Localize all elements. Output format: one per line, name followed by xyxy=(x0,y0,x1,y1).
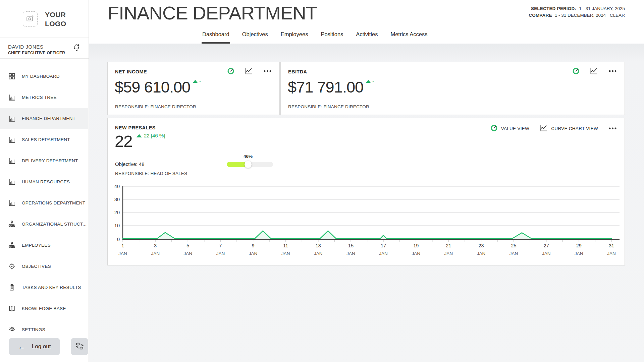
svg-text:3: 3 xyxy=(154,243,157,248)
target-icon xyxy=(8,262,16,270)
logo-block: YOUR LOGO xyxy=(0,0,89,28)
sidebar-item-organizational-struct[interactable]: ORGANIZATIONAL STRUCT... xyxy=(0,214,88,235)
net-income-card: NET INCOME $59 610.00- RESPONSIBLE: FINA… xyxy=(107,62,280,115)
svg-text:JAN: JAN xyxy=(184,251,193,256)
svg-text:JAN: JAN xyxy=(509,251,518,256)
tab-positions[interactable]: Positions xyxy=(320,31,344,44)
svg-text:17: 17 xyxy=(381,243,386,248)
card-actions xyxy=(572,67,617,75)
dashboard-content: NET INCOME $59 610.00- RESPONSIBLE: FINA… xyxy=(89,44,644,362)
svg-text:5: 5 xyxy=(186,243,189,248)
svg-text:JAN: JAN xyxy=(444,251,453,256)
svg-text:13: 13 xyxy=(316,243,321,248)
change-indicator: - xyxy=(366,78,374,84)
svg-text:JAN: JAN xyxy=(249,251,258,256)
card-view-toggles: VALUE VIEW CURVE CHART VIEW xyxy=(490,124,617,133)
up-triangle-icon xyxy=(137,134,142,137)
sidebar-item-knowledge-base[interactable]: KNOWLEDGE BASE xyxy=(0,298,88,319)
value-view-icon[interactable] xyxy=(227,67,234,75)
change-indicator: - xyxy=(193,78,201,84)
svg-text:29: 29 xyxy=(576,243,582,248)
value-view-icon xyxy=(490,124,498,133)
progress-percent-label: 46% xyxy=(244,154,253,159)
book-icon xyxy=(8,305,16,313)
progress-knob[interactable] xyxy=(245,161,252,168)
sidebar-item-metrics-tree[interactable]: METRICS TREE xyxy=(0,87,88,108)
svg-text:19: 19 xyxy=(413,243,419,248)
tab-employees[interactable]: Employees xyxy=(280,31,309,44)
more-menu-icon[interactable] xyxy=(263,67,272,75)
sidebar-item-finance-department[interactable]: FINANCE DEPARTMENT xyxy=(0,108,88,129)
sidebar-item-operations-department[interactable]: OPERATIONS DEPARTMENT xyxy=(0,192,88,214)
tab-activities[interactable]: Activities xyxy=(355,31,378,44)
card-actions xyxy=(227,67,272,75)
svg-text:JAN: JAN xyxy=(575,251,583,256)
metrics-chart-icon xyxy=(8,136,16,144)
tab-dashboard[interactable]: Dashboard xyxy=(202,31,230,44)
sidebar-item-delivery-department[interactable]: DELIVERY DEPARTMENT xyxy=(0,150,88,171)
curve-chart-icon xyxy=(539,124,548,133)
notifications-button[interactable] xyxy=(72,43,81,52)
logo-upload-placeholder[interactable] xyxy=(23,11,38,27)
up-triangle-icon xyxy=(193,80,198,83)
svg-text:JAN: JAN xyxy=(216,251,225,256)
curve-chart-icon[interactable] xyxy=(245,67,253,75)
compare-label: COMPARE xyxy=(529,13,552,18)
screen-toggle-button[interactable] xyxy=(71,338,88,355)
sidebar-nav: MY DASHBOARD METRICS TREE FINANCE DEPART… xyxy=(0,66,88,331)
selected-period-line[interactable]: SELECTED PERIOD:1 - 31 JANUARY, 2025 xyxy=(529,5,625,12)
objective-label: Objective: 48 xyxy=(115,161,145,167)
svg-text:JAN: JAN xyxy=(607,251,616,256)
kpi-value: 22 xyxy=(115,132,132,150)
curve-chart-icon[interactable] xyxy=(590,67,598,75)
card-title: NEW PRESALES xyxy=(115,125,156,130)
svg-text:10: 10 xyxy=(114,223,120,228)
clear-compare-button[interactable]: CLEAR xyxy=(610,13,625,18)
change-indicator: 22 [46 %] xyxy=(137,133,165,138)
tab-objectives[interactable]: Objectives xyxy=(241,31,269,44)
bell-icon xyxy=(72,47,81,53)
svg-text:11: 11 xyxy=(283,243,288,248)
metrics-chart-icon xyxy=(8,178,16,186)
sidebar-item-settings[interactable]: SETTINGS xyxy=(0,319,88,331)
compare-period-line[interactable]: COMPARE1 - 31 DECEMBER, 2024CLEAR xyxy=(529,12,625,19)
up-triangle-icon xyxy=(366,80,371,83)
sidebar-item-my-dashboard[interactable]: MY DASHBOARD xyxy=(0,66,88,87)
curve-chart-view-toggle[interactable]: CURVE CHART VIEW xyxy=(539,124,598,133)
sidebar-item-employees[interactable]: EMPLOYEES xyxy=(0,235,88,256)
svg-text:JAN: JAN xyxy=(477,251,486,256)
svg-text:1: 1 xyxy=(121,243,124,248)
sidebar-item-tasks-and-key-results[interactable]: TASKS AND KEY RESULTS xyxy=(0,277,88,298)
selected-period-label: SELECTED PERIOD: xyxy=(531,6,576,11)
svg-text:JAN: JAN xyxy=(151,251,160,256)
logout-button[interactable]: ← Log out xyxy=(9,338,60,355)
sidebar-item-human-resources[interactable]: HUMAN RESOURCES xyxy=(0,171,88,192)
svg-text:30: 30 xyxy=(114,197,120,202)
svg-text:JAN: JAN xyxy=(542,251,551,256)
svg-text:JAN: JAN xyxy=(346,251,355,256)
metrics-chart-icon xyxy=(8,199,16,207)
svg-text:9: 9 xyxy=(252,243,254,248)
svg-text:31: 31 xyxy=(609,243,614,248)
sidebar-item-sales-department[interactable]: SALES DEPARTMENT xyxy=(0,129,88,150)
sidebar-item-objectives[interactable]: OBJECTIVES xyxy=(0,256,88,277)
page-title: FINANCE DEPARTMENT xyxy=(108,2,317,24)
camera-icon xyxy=(26,14,35,24)
swap-icon xyxy=(75,342,84,351)
value-view-toggle[interactable]: VALUE VIEW xyxy=(490,124,530,133)
arrow-left-icon: ← xyxy=(18,343,25,350)
more-menu-icon[interactable] xyxy=(608,125,617,132)
more-menu-icon[interactable] xyxy=(608,67,617,75)
responsible-label: RESPONSIBLE: FINANCE DIRECTOR xyxy=(115,104,196,109)
card-title: EBITDA xyxy=(288,69,307,74)
presales-line-chart: 0102030401JAN3JAN5JAN7JAN9JAN11JAN13JAN1… xyxy=(108,182,625,265)
responsible-label: RESPONSIBLE: FINANCE DIRECTOR xyxy=(288,104,369,109)
selected-period-value: 1 - 31 JANUARY, 2025 xyxy=(579,6,625,11)
value-view-icon[interactable] xyxy=(572,67,580,75)
metrics-chart-icon xyxy=(8,157,16,165)
tasks-icon xyxy=(8,284,16,292)
tab-metrics-access[interactable]: Metrics Access xyxy=(390,31,428,44)
sidebar: YOUR LOGO DAVID JONES CHIEF EXECUTIVE OF… xyxy=(0,0,89,362)
card-title: NET INCOME xyxy=(115,69,147,74)
kpi-row: NET INCOME $59 610.00- RESPONSIBLE: FINA… xyxy=(107,62,625,115)
